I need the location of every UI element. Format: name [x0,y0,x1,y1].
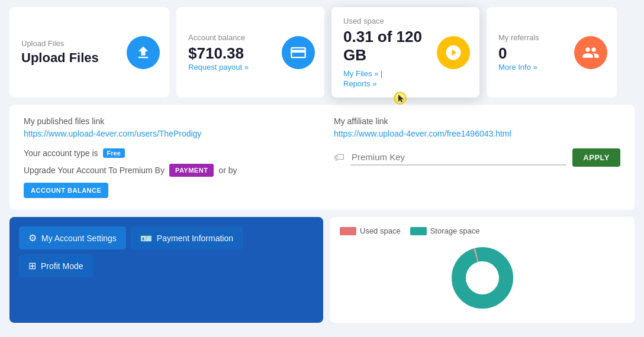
referrals-card: My referrals 0 More Info » [487,7,617,98]
bottom-left-panel: ⚙ My Account Settings 🪪 Payment Informat… [9,217,323,323]
or-by-text: or by [218,166,237,175]
used-space-color [340,227,356,235]
settings-icon: ⚙ [28,232,37,244]
balance-icon [282,36,315,69]
account-balance-card: Account balance $710.38 Request payout » [176,7,324,98]
account-balance-button[interactable]: ACCOUNT BALANCE [24,183,108,198]
reports-link[interactable]: Reports » [343,79,468,88]
profit-mode-tab[interactable]: ⊞ Profit Mode [19,254,93,277]
upload-files-card: Upload Files Upload Files [9,7,169,98]
my-account-settings-tab[interactable]: ⚙ My Account Settings [19,226,126,249]
mid-right: My affiliate link https://www.upload-4ev… [334,116,620,167]
key-icon: 🏷 [334,151,344,164]
upgrade-row: Upgrade Your Account To Premium By PAYME… [24,164,310,177]
account-type-text: Your account type is [24,148,98,158]
my-files-link[interactable]: My Files » | [343,69,468,78]
payment-tab-icon: 🪪 [140,232,152,244]
legend-storage-label: Storage space [430,226,480,235]
used-space-icon [437,36,470,69]
account-type-row: Your account type is Free [24,148,310,158]
used-space-label: Used space [343,17,468,25]
donut-chart [447,242,518,313]
used-space-card: Used space 0.31 of 120GB My Files » | Re… [331,7,479,98]
premium-key-row: 🏷 APPLY [334,148,620,167]
premium-key-input[interactable] [350,150,566,166]
top-cards-row: Upload Files Upload Files Account balanc… [0,0,644,105]
legend-storage-space: Storage space [410,226,480,235]
upload-icon[interactable] [127,36,160,69]
account-type-badge: Free [103,148,125,158]
apply-button[interactable]: APPLY [572,148,620,167]
published-files-label: My published files link [24,116,310,126]
bottom-tabs: ⚙ My Account Settings 🪪 Payment Informat… [19,226,314,277]
bottom-right-panel: Used space Storage space [330,217,635,323]
chart-legend: Used space Storage space [340,226,625,235]
legend-used-label: Used space [360,226,401,235]
profit-icon: ⊞ [28,260,36,271]
storage-space-color [410,227,427,235]
affiliate-label: My affiliate link [334,116,620,126]
chart-area [340,242,625,313]
upgrade-text: Upgrade Your Account To Premium By [24,166,165,175]
middle-section: My published files link https://www.uplo… [9,105,635,210]
tab2-label: Payment Information [157,234,233,243]
mid-left: My published files link https://www.uplo… [24,116,310,198]
referrals-icon [574,36,607,69]
legend-used-space: Used space [340,226,401,235]
mid-row: My published files link https://www.uplo… [24,116,620,198]
affiliate-url[interactable]: https://www.upload-4ever.com/free1496043… [334,129,511,138]
used-space-links: My Files » | Reports » [343,69,468,88]
payment-button[interactable]: PAYMENT [169,164,214,177]
bottom-section: ⚙ My Account Settings 🪪 Payment Informat… [0,217,644,330]
svg-point-4 [466,262,498,294]
tab1-label: My Account Settings [41,234,117,243]
published-files-url[interactable]: https://www.upload-4ever.com/users/ThePr… [24,129,201,138]
tab3-label: Profit Mode [41,261,83,271]
payment-information-tab[interactable]: 🪪 Payment Information [131,226,243,249]
